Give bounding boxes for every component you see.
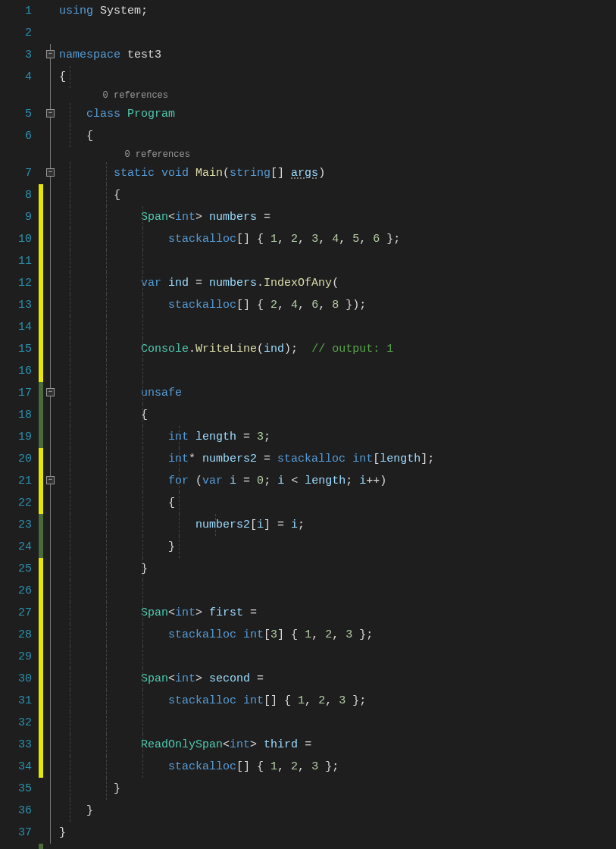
token: var — [141, 277, 168, 290]
code-line[interactable]: namespace test3 — [59, 44, 616, 66]
code-line[interactable]: } — [59, 778, 616, 800]
fold-toggle[interactable]: − — [46, 50, 55, 58]
code-editor[interactable]: 1234567891011121314151617181920212223242… — [0, 0, 616, 849]
code-line[interactable] — [59, 646, 616, 668]
line-number: 29 — [0, 646, 32, 668]
indent-guide — [142, 294, 143, 316]
line-number: 32 — [0, 712, 32, 734]
token: , — [339, 233, 352, 246]
indent-guide — [70, 756, 70, 778]
token — [59, 518, 195, 531]
indent-guide — [142, 426, 143, 448]
token: ReadOnlySpan — [141, 738, 223, 751]
code-line[interactable]: { — [59, 404, 616, 426]
code-line[interactable]: stackalloc[] { 1, 2, 3 }; — [59, 756, 616, 778]
code-line[interactable]: } — [59, 536, 616, 558]
code-line[interactable]: Console.WriteLine(ind); // output: 1 — [59, 338, 616, 360]
token: } — [59, 826, 66, 839]
token: [] { — [264, 694, 298, 707]
token: [ — [250, 518, 257, 531]
token: unsafe — [141, 387, 182, 399]
code-line[interactable]: } — [59, 800, 616, 822]
code-text-area[interactable]: using System;namespace test3{ 0 referenc… — [59, 0, 616, 849]
token: , — [318, 233, 332, 246]
fold-toggle[interactable]: − — [46, 388, 55, 396]
code-line[interactable] — [59, 316, 616, 338]
token: , — [332, 628, 346, 641]
code-line[interactable]: unsafe — [59, 382, 616, 404]
token: ( — [195, 475, 202, 487]
code-line[interactable] — [59, 250, 616, 272]
code-line[interactable]: } — [59, 558, 616, 580]
indent-guide — [106, 360, 107, 382]
code-line[interactable]: static void Main(string[] args) — [59, 162, 616, 184]
line-number: 6 — [0, 125, 32, 147]
fold-toggle[interactable]: − — [46, 476, 55, 484]
token: 1 — [298, 694, 305, 707]
code-line[interactable]: numbers2[i] = i; — [59, 514, 616, 536]
code-line[interactable]: int* numbers2 = stackalloc int[length]; — [59, 448, 616, 470]
code-line[interactable]: stackalloc[] { 1, 2, 3, 4, 5, 6 }; — [59, 228, 616, 250]
token: ; — [264, 475, 277, 487]
indent-guide — [142, 338, 143, 360]
fold-toggle[interactable]: − — [46, 109, 55, 117]
line-number: 30 — [0, 668, 32, 690]
code-line[interactable] — [59, 360, 616, 382]
token — [59, 387, 141, 399]
code-line[interactable] — [59, 712, 616, 734]
indent-guide — [70, 580, 70, 602]
token: 5 — [352, 233, 359, 246]
token: > — [195, 211, 209, 224]
token: int — [243, 628, 264, 641]
code-line[interactable]: } — [59, 822, 616, 844]
indent-guide — [142, 470, 143, 492]
indent-guide — [70, 492, 70, 514]
code-line[interactable]: for (var i = 0; i < length; i++) — [59, 470, 616, 492]
code-line[interactable]: stackalloc int[3] { 1, 2, 3 }; — [59, 624, 616, 646]
code-line[interactable]: Span<int> first = — [59, 602, 616, 624]
codelens-references[interactable]: 0 references — [59, 147, 616, 162]
code-line[interactable]: { — [59, 492, 616, 514]
change-marker — [39, 426, 43, 448]
token: length — [195, 431, 243, 443]
token — [59, 299, 168, 312]
token: 1 — [270, 760, 277, 773]
change-marker — [39, 206, 43, 228]
code-line[interactable]: { — [59, 66, 616, 88]
code-line[interactable]: { — [59, 125, 616, 147]
token — [59, 606, 141, 619]
token: , — [298, 233, 311, 246]
token: stackalloc — [277, 453, 352, 465]
token — [59, 277, 141, 290]
indent-guide — [106, 184, 107, 206]
indent-guide — [142, 492, 143, 514]
code-line[interactable] — [59, 22, 616, 44]
line-number: 38 — [0, 844, 32, 849]
code-line[interactable]: var ind = numbers.IndexOfAny( — [59, 272, 616, 294]
token — [59, 108, 86, 121]
token: i — [230, 475, 243, 487]
code-line[interactable]: ReadOnlySpan<int> third = — [59, 734, 616, 756]
code-line[interactable]: stackalloc int[] { 1, 2, 3 }; — [59, 690, 616, 712]
code-line[interactable]: Span<int> second = — [59, 668, 616, 690]
token: numbers — [209, 211, 264, 224]
code-line[interactable]: { — [59, 184, 616, 206]
change-marker — [39, 250, 43, 272]
code-line[interactable]: Span<int> numbers = — [59, 206, 616, 228]
fold-toggle[interactable]: − — [46, 168, 55, 177]
code-line[interactable]: int length = 3; — [59, 426, 616, 448]
token: 1 — [305, 628, 311, 641]
token: ( — [332, 277, 339, 290]
token: i — [277, 475, 291, 487]
code-line[interactable] — [59, 844, 616, 849]
code-line[interactable] — [59, 580, 616, 602]
code-line[interactable]: stackalloc[] { 2, 4, 6, 8 }); — [59, 294, 616, 316]
token: 3 — [311, 233, 318, 246]
token: [ — [373, 453, 380, 465]
token: using — [59, 5, 100, 17]
codelens-references[interactable]: 0 references — [59, 88, 616, 103]
code-line[interactable]: class Program — [59, 103, 616, 125]
indent-guide — [106, 514, 107, 536]
code-line[interactable]: using System; — [59, 0, 616, 22]
indent-guide — [70, 66, 70, 88]
